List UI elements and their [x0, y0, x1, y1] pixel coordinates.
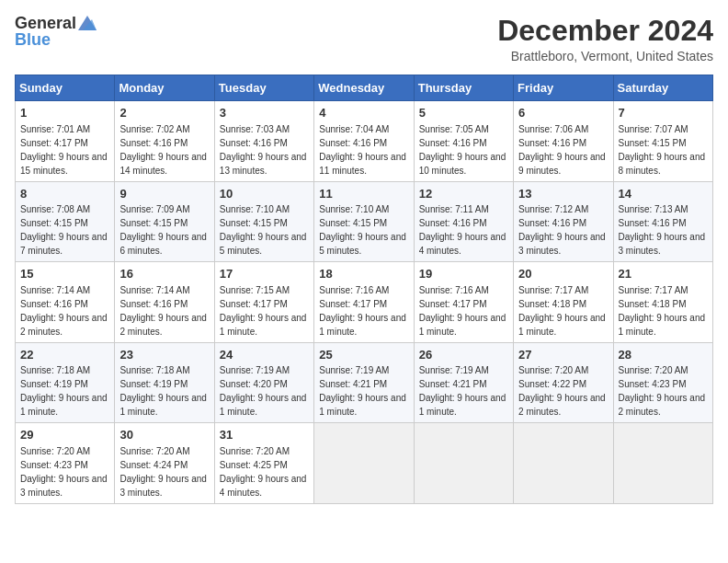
title-area: December 2024 Brattleboro, Vermont, Unit…: [497, 15, 713, 63]
calendar-cell: 29 Sunrise: 7:20 AMSunset: 4:23 PMDaylig…: [16, 423, 115, 504]
calendar-table: SundayMondayTuesdayWednesdayThursdayFrid…: [15, 75, 713, 504]
day-info: Sunrise: 7:11 AMSunset: 4:16 PMDaylight:…: [419, 204, 506, 256]
calendar-header-row: SundayMondayTuesdayWednesdayThursdayFrid…: [16, 75, 713, 101]
calendar-cell: 5 Sunrise: 7:05 AMSunset: 4:16 PMDayligh…: [414, 101, 513, 182]
day-number: 1: [20, 105, 109, 121]
day-info: Sunrise: 7:19 AMSunset: 4:20 PMDaylight:…: [220, 365, 307, 417]
day-info: Sunrise: 7:20 AMSunset: 4:25 PMDaylight:…: [220, 446, 307, 498]
calendar-cell: 17 Sunrise: 7:15 AMSunset: 4:17 PMDaylig…: [214, 262, 313, 343]
day-number: 28: [619, 347, 708, 363]
day-number: 4: [319, 105, 408, 121]
calendar-cell: 23 Sunrise: 7:18 AMSunset: 4:19 PMDaylig…: [115, 342, 214, 423]
day-number: 25: [319, 347, 408, 363]
day-info: Sunrise: 7:09 AMSunset: 4:15 PMDaylight:…: [119, 204, 207, 256]
day-number: 29: [20, 427, 109, 443]
calendar-week-3: 15 Sunrise: 7:14 AMSunset: 4:16 PMDaylig…: [16, 262, 713, 343]
day-number: 21: [619, 266, 708, 282]
day-number: 2: [119, 105, 209, 121]
header-thursday: Thursday: [414, 75, 513, 101]
calendar-cell: 19 Sunrise: 7:16 AMSunset: 4:17 PMDaylig…: [414, 262, 513, 343]
day-number: 11: [319, 186, 408, 202]
day-number: 22: [20, 347, 109, 363]
header-wednesday: Wednesday: [314, 75, 414, 101]
day-info: Sunrise: 7:19 AMSunset: 4:21 PMDaylight:…: [319, 365, 406, 417]
day-info: Sunrise: 7:02 AMSunset: 4:16 PMDaylight:…: [119, 124, 207, 176]
logo: General Blue: [15, 15, 97, 48]
calendar-cell: 15 Sunrise: 7:14 AMSunset: 4:16 PMDaylig…: [16, 262, 115, 343]
header-sunday: Sunday: [16, 75, 115, 101]
day-number: 18: [319, 266, 408, 282]
day-info: Sunrise: 7:13 AMSunset: 4:16 PMDaylight:…: [619, 204, 706, 256]
day-number: 13: [518, 186, 608, 202]
calendar-cell: [314, 423, 414, 504]
day-number: 31: [220, 427, 309, 443]
day-number: 7: [619, 105, 708, 121]
day-number: 8: [20, 186, 109, 202]
calendar-cell: 21 Sunrise: 7:17 AMSunset: 4:18 PMDaylig…: [613, 262, 712, 343]
day-number: 12: [419, 186, 508, 202]
day-info: Sunrise: 7:18 AMSunset: 4:19 PMDaylight:…: [20, 365, 108, 417]
calendar-cell: 7 Sunrise: 7:07 AMSunset: 4:15 PMDayligh…: [613, 101, 712, 182]
calendar-cell: [414, 423, 513, 504]
day-number: 16: [119, 266, 209, 282]
calendar-cell: 24 Sunrise: 7:19 AMSunset: 4:20 PMDaylig…: [214, 342, 313, 423]
month-title: December 2024: [497, 15, 713, 47]
day-number: 20: [518, 266, 608, 282]
calendar-cell: 16 Sunrise: 7:14 AMSunset: 4:16 PMDaylig…: [115, 262, 214, 343]
calendar-cell: 12 Sunrise: 7:11 AMSunset: 4:16 PMDaylig…: [414, 181, 513, 262]
calendar-cell: 4 Sunrise: 7:04 AMSunset: 4:16 PMDayligh…: [314, 101, 414, 182]
calendar-cell: 9 Sunrise: 7:09 AMSunset: 4:15 PMDayligh…: [115, 181, 214, 262]
header-monday: Monday: [115, 75, 214, 101]
day-info: Sunrise: 7:14 AMSunset: 4:16 PMDaylight:…: [119, 285, 207, 337]
calendar-cell: 22 Sunrise: 7:18 AMSunset: 4:19 PMDaylig…: [16, 342, 115, 423]
day-number: 6: [518, 105, 608, 121]
calendar-cell: 1 Sunrise: 7:01 AMSunset: 4:17 PMDayligh…: [16, 101, 115, 182]
calendar-cell: 18 Sunrise: 7:16 AMSunset: 4:17 PMDaylig…: [314, 262, 414, 343]
day-info: Sunrise: 7:19 AMSunset: 4:21 PMDaylight:…: [419, 365, 506, 417]
calendar-cell: 26 Sunrise: 7:19 AMSunset: 4:21 PMDaylig…: [414, 342, 513, 423]
day-number: 30: [119, 427, 209, 443]
header-saturday: Saturday: [613, 75, 712, 101]
day-info: Sunrise: 7:18 AMSunset: 4:19 PMDaylight:…: [119, 365, 207, 417]
calendar-cell: 3 Sunrise: 7:03 AMSunset: 4:16 PMDayligh…: [214, 101, 313, 182]
calendar-cell: 10 Sunrise: 7:10 AMSunset: 4:15 PMDaylig…: [214, 181, 313, 262]
day-info: Sunrise: 7:16 AMSunset: 4:17 PMDaylight:…: [419, 285, 506, 337]
day-info: Sunrise: 7:10 AMSunset: 4:15 PMDaylight:…: [319, 204, 406, 256]
day-info: Sunrise: 7:14 AMSunset: 4:16 PMDaylight:…: [20, 285, 108, 337]
calendar-cell: 6 Sunrise: 7:06 AMSunset: 4:16 PMDayligh…: [514, 101, 613, 182]
calendar-week-4: 22 Sunrise: 7:18 AMSunset: 4:19 PMDaylig…: [16, 342, 713, 423]
calendar-cell: 8 Sunrise: 7:08 AMSunset: 4:15 PMDayligh…: [16, 181, 115, 262]
day-info: Sunrise: 7:20 AMSunset: 4:24 PMDaylight:…: [119, 446, 207, 498]
calendar-cell: 30 Sunrise: 7:20 AMSunset: 4:24 PMDaylig…: [115, 423, 214, 504]
calendar-week-1: 1 Sunrise: 7:01 AMSunset: 4:17 PMDayligh…: [16, 101, 713, 182]
day-info: Sunrise: 7:01 AMSunset: 4:17 PMDaylight:…: [20, 124, 108, 176]
day-number: 10: [220, 186, 309, 202]
day-info: Sunrise: 7:20 AMSunset: 4:23 PMDaylight:…: [20, 446, 108, 498]
calendar-cell: 13 Sunrise: 7:12 AMSunset: 4:16 PMDaylig…: [514, 181, 613, 262]
calendar-cell: 2 Sunrise: 7:02 AMSunset: 4:16 PMDayligh…: [115, 101, 214, 182]
calendar-cell: 14 Sunrise: 7:13 AMSunset: 4:16 PMDaylig…: [613, 181, 712, 262]
day-number: 26: [419, 347, 508, 363]
day-number: 19: [419, 266, 508, 282]
header-friday: Friday: [514, 75, 613, 101]
day-info: Sunrise: 7:15 AMSunset: 4:17 PMDaylight:…: [220, 285, 307, 337]
calendar-cell: 31 Sunrise: 7:20 AMSunset: 4:25 PMDaylig…: [214, 423, 313, 504]
day-info: Sunrise: 7:07 AMSunset: 4:15 PMDaylight:…: [619, 124, 706, 176]
day-number: 24: [220, 347, 309, 363]
calendar-cell: [514, 423, 613, 504]
day-info: Sunrise: 7:17 AMSunset: 4:18 PMDaylight:…: [619, 285, 706, 337]
calendar-week-5: 29 Sunrise: 7:20 AMSunset: 4:23 PMDaylig…: [16, 423, 713, 504]
day-number: 9: [119, 186, 209, 202]
calendar-cell: 25 Sunrise: 7:19 AMSunset: 4:21 PMDaylig…: [314, 342, 414, 423]
day-info: Sunrise: 7:20 AMSunset: 4:22 PMDaylight:…: [518, 365, 606, 417]
day-info: Sunrise: 7:04 AMSunset: 4:16 PMDaylight:…: [319, 124, 406, 176]
day-number: 15: [20, 266, 109, 282]
day-info: Sunrise: 7:06 AMSunset: 4:16 PMDaylight:…: [518, 124, 606, 176]
day-number: 23: [119, 347, 209, 363]
day-info: Sunrise: 7:16 AMSunset: 4:17 PMDaylight:…: [319, 285, 406, 337]
calendar-cell: [613, 423, 712, 504]
logo-icon: [78, 16, 97, 30]
page-header: General Blue December 2024 Brattleboro, …: [15, 15, 713, 63]
day-info: Sunrise: 7:08 AMSunset: 4:15 PMDaylight:…: [20, 204, 108, 256]
calendar-cell: 28 Sunrise: 7:20 AMSunset: 4:23 PMDaylig…: [613, 342, 712, 423]
